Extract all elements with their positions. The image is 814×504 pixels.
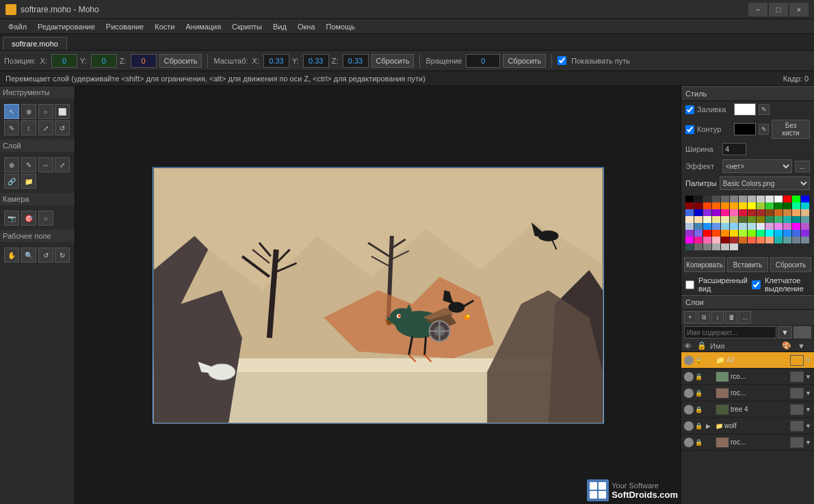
layer-tool-6[interactable]: 📁	[21, 174, 36, 189]
layer-rco1[interactable]: 🔒 rco... ▼	[681, 369, 814, 385]
color-cell[interactable]	[783, 237, 791, 243]
sx-input[interactable]	[263, 54, 289, 68]
color-cell[interactable]	[783, 223, 791, 230]
color-cell[interactable]	[748, 196, 756, 202]
color-cell[interactable]	[703, 196, 711, 202]
layer-color-all[interactable]	[790, 355, 804, 366]
layers-del-btn[interactable]: 🗑	[725, 311, 737, 323]
color-cell[interactable]	[757, 237, 765, 243]
layer-tool-1[interactable]: ⊕	[4, 157, 19, 172]
fill-checkbox[interactable]	[685, 105, 694, 114]
color-cell[interactable]	[774, 209, 783, 216]
camera-tool-1[interactable]: 📷	[4, 211, 19, 226]
color-cell[interactable]	[792, 230, 800, 237]
color-cell[interactable]	[739, 209, 747, 216]
camera-tool-2[interactable]: 🎯	[21, 211, 36, 226]
color-cell[interactable]	[783, 230, 791, 237]
effect-select[interactable]: <нет>	[722, 159, 792, 173]
color-cell[interactable]	[774, 230, 783, 237]
color-cell[interactable]	[739, 230, 747, 237]
color-cell[interactable]	[801, 216, 809, 223]
color-cell[interactable]	[694, 216, 703, 223]
color-cell[interactable]	[721, 243, 729, 250]
layer-color-roc1[interactable]	[790, 388, 804, 399]
color-cell[interactable]	[801, 237, 809, 243]
color-cell[interactable]	[739, 237, 747, 243]
stroke-color-swatch[interactable]	[734, 123, 756, 135]
color-cell[interactable]	[694, 202, 703, 209]
color-cell[interactable]	[712, 202, 720, 209]
color-cell[interactable]	[712, 216, 720, 223]
z-input[interactable]	[131, 54, 157, 68]
color-cell[interactable]	[783, 209, 791, 216]
color-cell[interactable]	[685, 223, 694, 230]
color-cell[interactable]	[694, 209, 703, 216]
stroke-edit-btn[interactable]: ✎	[759, 124, 769, 135]
menu-draw[interactable]: Рисование	[101, 19, 149, 34]
layer-eye-roc1[interactable]	[684, 388, 694, 398]
stroke-checkbox[interactable]	[685, 125, 694, 134]
layer-opts-wolf[interactable]: ▼	[805, 423, 811, 429]
ws-tool-redo[interactable]: ↻	[55, 248, 70, 263]
color-cell[interactable]	[757, 230, 765, 237]
tool-rotate[interactable]: ↺	[55, 120, 70, 135]
tool-transform[interactable]: ⤢	[38, 120, 53, 135]
layer-color-rco1[interactable]	[790, 371, 804, 382]
canvas-frame[interactable]	[153, 167, 604, 423]
color-cell[interactable]	[748, 209, 756, 216]
fill-edit-btn[interactable]: ✎	[759, 104, 770, 115]
layer-opts-rco1[interactable]: ▼	[805, 373, 811, 380]
color-cell[interactable]	[792, 216, 800, 223]
menu-view[interactable]: Вид	[267, 19, 292, 34]
color-cell[interactable]	[739, 216, 747, 223]
layer-opts-roc2[interactable]: ▼	[805, 439, 811, 446]
rot-input[interactable]	[466, 54, 500, 68]
color-cell[interactable]	[712, 223, 720, 230]
layer-roc1[interactable]: 🔒 roc... ▼	[681, 385, 814, 401]
color-cell[interactable]	[730, 196, 738, 202]
effect-more-btn[interactable]: ...	[795, 161, 810, 172]
color-cell[interactable]	[801, 223, 809, 230]
layer-eye-rco1[interactable]	[684, 372, 694, 382]
close-button[interactable]: ×	[789, 3, 809, 16]
layer-filter-dropdown[interactable]: ▼	[778, 326, 792, 339]
color-cell[interactable]	[721, 196, 729, 202]
layer-color-roc2[interactable]	[790, 437, 804, 448]
color-cell[interactable]	[757, 209, 765, 216]
brush-button[interactable]: Без кисти	[772, 120, 810, 139]
tool-circle[interactable]: ○	[38, 104, 53, 119]
layer-wolf[interactable]: 🔒 ▶ 📁 wolf ▼	[681, 418, 814, 434]
layers-move-btn[interactable]: ↕	[711, 311, 724, 323]
y-input[interactable]	[91, 54, 117, 68]
color-cell[interactable]	[703, 223, 711, 230]
color-cell[interactable]	[765, 196, 774, 202]
color-cell[interactable]	[685, 237, 694, 243]
color-cell[interactable]	[730, 230, 738, 237]
layer-roc2[interactable]: 🔒 roc... ▼	[681, 434, 814, 451]
menu-windows[interactable]: Окна	[292, 19, 321, 34]
layer-eye-all[interactable]	[684, 356, 694, 365]
color-cell[interactable]	[801, 209, 809, 216]
color-cell[interactable]	[757, 196, 765, 202]
color-cell[interactable]	[694, 243, 703, 250]
color-cell[interactable]	[685, 216, 694, 223]
color-cell[interactable]	[703, 202, 711, 209]
color-cell[interactable]	[730, 223, 738, 230]
color-cell[interactable]	[721, 223, 729, 230]
layers-copy-btn[interactable]: ⧉	[698, 311, 710, 323]
layer-opts-tree4[interactable]: ▼	[805, 406, 811, 413]
layers-more-btn[interactable]: ...	[739, 311, 751, 323]
color-cell[interactable]	[765, 230, 774, 237]
tool-rect[interactable]: ⬜	[55, 104, 70, 119]
color-cell[interactable]	[801, 230, 809, 237]
color-cell[interactable]	[792, 209, 800, 216]
color-cell[interactable]	[783, 216, 791, 223]
color-cell[interactable]	[703, 237, 711, 243]
fill-color-swatch[interactable]	[734, 103, 756, 116]
minimize-button[interactable]: −	[748, 3, 767, 16]
color-cell[interactable]	[685, 196, 694, 202]
ws-tool-zoom[interactable]: 🔍	[21, 248, 36, 263]
sy-input[interactable]	[303, 54, 329, 68]
menu-bones[interactable]: Кости	[149, 19, 180, 34]
color-cell[interactable]	[694, 223, 703, 230]
